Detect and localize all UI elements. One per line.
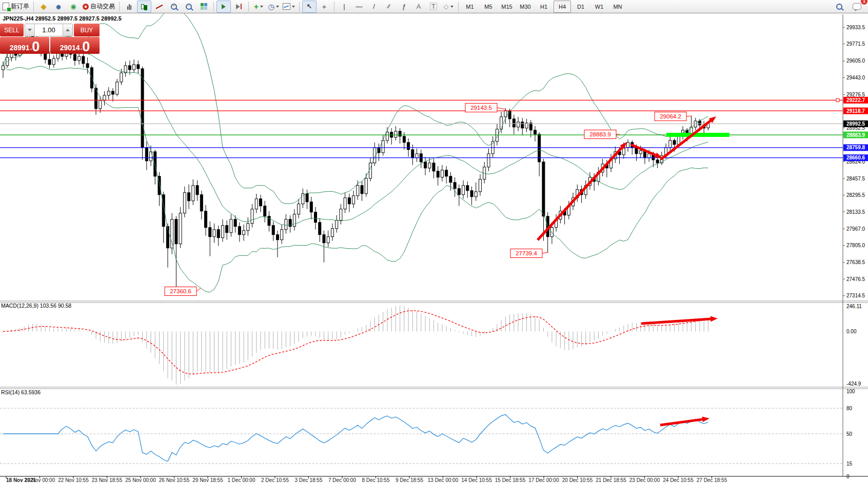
periods-button[interactable]: ◷ bbox=[266, 1, 281, 13]
sell-button[interactable]: SELL bbox=[0, 24, 24, 36]
crosshair-button[interactable]: + bbox=[317, 1, 331, 13]
candle-body bbox=[352, 196, 355, 204]
trend-arrow-shaft[interactable] bbox=[641, 319, 711, 324]
timeframe-group: M1M5M15M30H1H4D1W1MN bbox=[461, 1, 626, 13]
price-tick-label: 29933.5 bbox=[846, 25, 865, 30]
price-callout-27360.6[interactable]: 27360.6 bbox=[165, 287, 201, 296]
candle-body bbox=[437, 171, 439, 177]
price-tick-label: 28295.5 bbox=[846, 192, 865, 198]
search-button[interactable] bbox=[832, 1, 846, 13]
tf-button-D1[interactable]: D1 bbox=[572, 1, 589, 13]
buy-button[interactable]: BUY bbox=[74, 24, 100, 36]
sell-price[interactable]: 28991 . 0 bbox=[0, 37, 49, 54]
zoom-in-button[interactable]: + bbox=[167, 1, 181, 13]
price-tick-label: 28457.5 bbox=[846, 176, 865, 182]
candle-body bbox=[48, 59, 51, 65]
toolbar-separator bbox=[458, 2, 459, 12]
channel-button[interactable]: ∕∕ bbox=[382, 1, 396, 13]
trend-arrow-shaft[interactable] bbox=[660, 419, 702, 425]
indicators-button[interactable]: + bbox=[251, 1, 266, 13]
trendline-icon: / bbox=[373, 3, 375, 10]
volume-increase-button[interactable] bbox=[63, 24, 72, 36]
time-axis-label: 19 Nov 00:00 bbox=[25, 477, 55, 483]
price-callout-29064.2[interactable]: 29064.2 bbox=[655, 112, 692, 121]
time-axis-label: 8 Dec 10:55 bbox=[362, 477, 390, 483]
rsi-axis-label: 100 bbox=[846, 389, 855, 394]
candle-body bbox=[86, 64, 89, 68]
candle-body bbox=[656, 160, 659, 163]
candlestick-chart-button[interactable] bbox=[137, 1, 151, 13]
triangle-up-icon bbox=[66, 29, 70, 31]
candle-body bbox=[407, 143, 410, 150]
price-tick-label: 29276.5 bbox=[846, 92, 865, 97]
tf-button-H1[interactable]: H1 bbox=[535, 1, 553, 13]
shapes-button[interactable]: ◇ bbox=[441, 1, 456, 13]
tile-windows-button[interactable] bbox=[196, 1, 211, 13]
price-badge-label: 28660.6 bbox=[846, 155, 865, 160]
trend-arrow[interactable] bbox=[660, 416, 709, 425]
templates-button[interactable] bbox=[281, 1, 297, 13]
price-tick-label: 29605.0 bbox=[846, 58, 865, 64]
chevron-down-icon bbox=[450, 6, 453, 8]
line-chart-button[interactable] bbox=[152, 1, 166, 13]
rsi-label: RSI(14) 63.5936 bbox=[1, 389, 41, 395]
bar-chart-button[interactable] bbox=[122, 1, 136, 13]
trend-arrow[interactable] bbox=[641, 316, 718, 324]
candle-body bbox=[141, 69, 144, 148]
callout-text: 27739.4 bbox=[516, 250, 537, 256]
trend-arrow-shaft[interactable] bbox=[661, 121, 711, 159]
auto-trading-button[interactable]: 自动交易 bbox=[81, 1, 116, 13]
market-watch-button[interactable]: ◆ bbox=[36, 1, 51, 13]
candle-body bbox=[238, 227, 241, 235]
time-axis-label: 2 Dec 10:55 bbox=[261, 477, 289, 483]
candle-body bbox=[255, 199, 258, 209]
candle-body bbox=[293, 214, 295, 227]
trend-arrow[interactable] bbox=[538, 142, 627, 240]
tf-button-W1[interactable]: W1 bbox=[590, 1, 608, 13]
text-label-button[interactable]: T bbox=[426, 1, 441, 13]
hline-handle[interactable] bbox=[836, 98, 839, 102]
tf-button-M15[interactable]: M15 bbox=[498, 1, 516, 13]
buy-price[interactable]: 29014 . 0 bbox=[50, 37, 100, 54]
volume-decrease-button[interactable] bbox=[25, 24, 35, 36]
candle-body bbox=[145, 148, 148, 161]
signals-button[interactable]: ◉ bbox=[66, 1, 81, 13]
horizontal-line-button[interactable]: — bbox=[352, 1, 366, 13]
chart-shift-button[interactable] bbox=[231, 1, 246, 13]
text-button[interactable]: A bbox=[411, 1, 426, 13]
tf-button-M30[interactable]: M30 bbox=[517, 1, 534, 13]
candle-body bbox=[260, 199, 262, 206]
cursor-button[interactable]: ↖ bbox=[302, 1, 317, 13]
candle-body bbox=[340, 209, 342, 220]
price-badge-label: 28992.5 bbox=[846, 121, 865, 127]
tf-button-M1[interactable]: M1 bbox=[461, 1, 479, 13]
trend-arrow-shaft[interactable] bbox=[538, 147, 622, 240]
candle-body bbox=[466, 186, 469, 191]
toolbar-separator bbox=[299, 2, 300, 12]
trendline-button[interactable]: / bbox=[367, 1, 381, 13]
auto-scroll-button[interactable] bbox=[216, 1, 231, 13]
price-callout-27739.4[interactable]: 27739.4 bbox=[510, 249, 548, 258]
tf-button-H4[interactable]: H4 bbox=[554, 1, 571, 13]
trend-arrow[interactable] bbox=[661, 116, 716, 159]
auto-trading-label: 自动交易 bbox=[90, 2, 115, 11]
trend-arrow-head bbox=[711, 316, 718, 321]
vertical-line-button[interactable]: | bbox=[337, 1, 351, 13]
line-chart-icon bbox=[156, 3, 163, 10]
candle-body bbox=[424, 162, 427, 168]
data-window-button[interactable]: ☻ bbox=[51, 1, 66, 13]
one-click-trading-panel: SELL 1.00 BUY 28991 . 0 29014 . 0 bbox=[0, 24, 100, 54]
support-zone-highlight[interactable] bbox=[666, 133, 729, 137]
zoom-out-button[interactable]: − bbox=[182, 1, 196, 13]
price-callout-28883.9[interactable]: 28883.9 bbox=[584, 130, 620, 139]
new-order-button[interactable]: 新订单 bbox=[1, 1, 31, 13]
tf-button-MN[interactable]: MN bbox=[609, 1, 626, 13]
time-axis-label: 9 Dec 18:55 bbox=[396, 477, 423, 483]
chart-canvas[interactable]: 29933.529771.529605.029443.029276.528952… bbox=[0, 0, 868, 483]
tf-button-M5[interactable]: M5 bbox=[480, 1, 497, 13]
fibonacci-button[interactable]: ƒ bbox=[397, 1, 411, 13]
macd-pane bbox=[3, 306, 708, 385]
notifications-button[interactable]: 1 bbox=[850, 1, 864, 13]
volume-input[interactable]: 1.00 bbox=[35, 24, 63, 36]
candle-body bbox=[521, 122, 524, 128]
